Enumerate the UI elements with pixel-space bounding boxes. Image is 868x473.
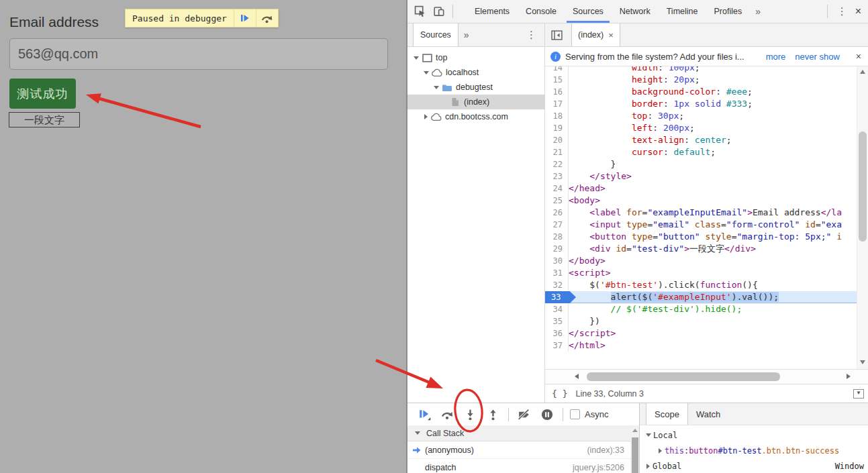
code-editor[interactable]: width: 100px;height: 20px;background-col… xyxy=(545,66,868,369)
navigator-tab-sources[interactable]: Sources xyxy=(413,23,459,46)
code-line[interactable]: </body> xyxy=(569,255,857,267)
line-number[interactable]: 27 xyxy=(545,219,569,231)
resume-script-icon[interactable] xyxy=(234,13,256,23)
line-number[interactable]: 26 xyxy=(545,207,569,219)
execution-code-line[interactable]: alert($('#exampleInput').val()); xyxy=(569,291,857,303)
tab-timeline[interactable]: Timeline xyxy=(659,0,706,23)
editor-horizontal-scrollbar[interactable] xyxy=(545,369,868,384)
disclosure-icon[interactable] xyxy=(424,71,429,74)
deactivate-breakpoints-icon[interactable] xyxy=(516,407,533,423)
code-line[interactable]: <input type="email" class="form-control"… xyxy=(569,219,857,231)
call-stack-scroll-thumb[interactable] xyxy=(632,437,638,473)
line-number[interactable]: 29 xyxy=(545,243,569,255)
code-line[interactable]: top: 30px; xyxy=(569,110,857,122)
scroll-down-icon[interactable] xyxy=(860,360,865,364)
call-stack-scrollbar[interactable] xyxy=(630,425,639,473)
line-number[interactable]: 19 xyxy=(545,122,569,134)
notification-close-icon[interactable]: × xyxy=(856,51,861,62)
line-number[interactable]: 31 xyxy=(545,267,569,279)
device-mode-icon[interactable] xyxy=(432,5,446,18)
disclosure-icon[interactable] xyxy=(424,114,428,119)
line-number[interactable]: 17 xyxy=(545,98,569,110)
line-number[interactable]: 36 xyxy=(545,327,569,339)
tab-network[interactable]: Network xyxy=(612,0,659,23)
code-line[interactable]: <script> xyxy=(569,267,857,279)
scroll-up-icon[interactable] xyxy=(632,429,638,432)
scope-row-global[interactable]: GlobalWindow xyxy=(640,458,868,473)
step-over-icon[interactable] xyxy=(256,13,278,23)
navigator-overflow-chevron-icon[interactable]: » xyxy=(459,30,475,40)
sidebar-tab-scope[interactable]: Scope xyxy=(646,403,688,425)
code-line[interactable]: <div id="test-div">一段文字</div> xyxy=(569,243,857,255)
pretty-print-icon[interactable]: { } xyxy=(545,388,575,399)
inspect-element-icon[interactable] xyxy=(413,5,428,18)
tab-console[interactable]: Console xyxy=(518,0,565,23)
call-stack-frame[interactable]: dispatchjquery.js:5206 xyxy=(407,459,639,473)
more-link[interactable]: more xyxy=(766,52,786,62)
vertical-scroll-thumb[interactable] xyxy=(859,132,867,242)
test-button[interactable]: 测试成功 xyxy=(9,78,76,109)
line-number[interactable]: 24 xyxy=(545,182,569,195)
step-out-icon[interactable] xyxy=(484,407,501,423)
code-line[interactable]: width: 100px; xyxy=(569,66,857,74)
tree-item-debugtest[interactable]: debugtest xyxy=(407,80,544,95)
line-number[interactable]: 20 xyxy=(545,134,569,146)
never-show-link[interactable]: never show xyxy=(795,52,839,62)
editor-vertical-scrollbar[interactable] xyxy=(857,66,868,369)
line-number[interactable]: 28 xyxy=(545,231,569,243)
tree-item--index-[interactable]: (index) xyxy=(407,95,544,109)
tree-item-cdn-bootcss-com[interactable]: cdn.bootcss.com xyxy=(407,109,544,124)
step-over-icon[interactable] xyxy=(438,407,456,423)
line-number[interactable]: 18 xyxy=(545,110,569,122)
code-line[interactable]: left: 200px; xyxy=(569,122,857,134)
resume-script-icon[interactable] xyxy=(416,407,433,423)
email-input[interactable] xyxy=(9,38,388,70)
line-number[interactable]: 16 xyxy=(545,86,569,98)
scroll-up-icon[interactable] xyxy=(860,70,865,74)
line-number-gutter[interactable]: 1415161718192021222324252627282930313233… xyxy=(545,66,569,352)
scope-row-local[interactable]: Local xyxy=(640,427,868,443)
line-number[interactable]: 37 xyxy=(545,339,569,352)
editor-tab-close-icon[interactable]: × xyxy=(608,30,614,40)
code-line[interactable]: <label for="exampleInputEmail">Email add… xyxy=(569,207,857,219)
code-line[interactable]: </html> xyxy=(569,339,857,352)
disclosure-icon[interactable] xyxy=(646,464,650,469)
more-tabs-chevron-icon[interactable]: » xyxy=(750,6,766,17)
line-number[interactable]: 35 xyxy=(545,315,569,327)
tree-item-localhost[interactable]: localhost xyxy=(407,65,544,80)
line-number[interactable]: 14 xyxy=(545,66,569,74)
scope-row[interactable]: this: button#btn-test.btn.btn-success xyxy=(640,443,868,458)
disclosure-icon[interactable] xyxy=(659,448,662,454)
code-line[interactable]: </head> xyxy=(569,182,857,195)
navigator-menu-icon[interactable]: ⋮ xyxy=(521,29,544,41)
disclosure-icon[interactable] xyxy=(646,433,651,437)
code-line[interactable]: border: 1px solid #333; xyxy=(569,98,857,110)
line-number[interactable]: 21 xyxy=(545,146,569,158)
code-line[interactable]: <button type="button" style="margin-top:… xyxy=(569,231,857,243)
tab-elements[interactable]: Elements xyxy=(467,0,518,23)
scroll-left-icon[interactable] xyxy=(575,374,579,379)
call-stack-header[interactable]: Call Stack xyxy=(407,425,639,441)
async-checkbox[interactable] xyxy=(570,409,580,419)
call-stack-frame[interactable]: (anonymous)(index):33 xyxy=(407,441,639,459)
line-number[interactable]: 25 xyxy=(545,195,569,207)
step-into-icon[interactable] xyxy=(461,407,479,423)
horizontal-scroll-thumb[interactable] xyxy=(587,372,780,381)
code-line[interactable]: $('#btn-test').click(function(){ xyxy=(569,279,857,291)
editor-tab-index[interactable]: (index) × xyxy=(571,23,620,46)
line-number[interactable]: 30 xyxy=(545,255,569,267)
code-line[interactable]: text-align: center; xyxy=(569,134,857,146)
line-number[interactable]: 22 xyxy=(545,158,569,170)
code-line[interactable]: <body> xyxy=(569,195,857,207)
disclosure-icon[interactable] xyxy=(414,56,419,60)
scroll-right-icon[interactable] xyxy=(847,374,851,379)
code-line[interactable]: background-color: #eee; xyxy=(569,86,857,98)
show-drawer-icon[interactable]: ▼ xyxy=(853,389,864,399)
line-number[interactable]: 15 xyxy=(545,74,569,86)
tree-item-top[interactable]: top xyxy=(407,50,544,65)
line-number[interactable]: 23 xyxy=(545,170,569,182)
disclosure-icon[interactable] xyxy=(434,86,439,89)
tab-profiles[interactable]: Profiles xyxy=(706,0,750,23)
code-line[interactable]: </script> xyxy=(569,327,857,339)
pause-on-exceptions-icon[interactable] xyxy=(538,407,556,423)
